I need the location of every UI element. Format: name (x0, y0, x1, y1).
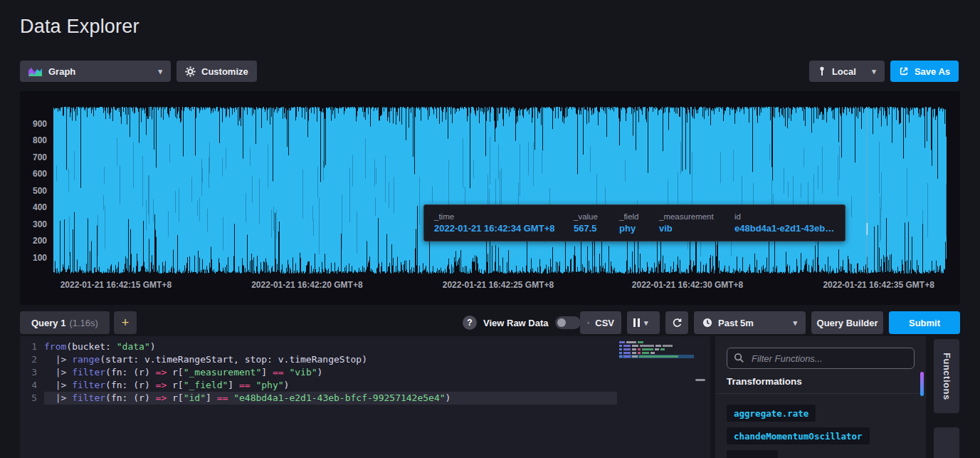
view-raw-data-label: View Raw Data (483, 318, 549, 328)
line-number: 4 (20, 379, 44, 392)
code-lines: 1from(bucket: "data")2 |> range(start: v… (20, 340, 710, 405)
page-title: Data Explorer (20, 16, 139, 38)
query-tab-name: Query 1 (31, 318, 65, 328)
code-line[interactable]: 3 |> filter(fn: (r) => r["_measurement"]… (20, 366, 710, 379)
plus-icon: + (122, 316, 130, 331)
query-actions: CSV ▾ Past 5m ▾ Query Builder Submit (580, 311, 960, 334)
query-builder-label: Query Builder (817, 318, 878, 328)
query-duration: (1.16s) (69, 318, 98, 328)
local-label: Local (832, 66, 856, 77)
functions-side-tab-label: Functions (942, 353, 952, 400)
tooltip-column-label: _value (574, 212, 609, 221)
time-series-plot[interactable] (53, 107, 947, 274)
function-item[interactable]: aggregate.rate (727, 405, 816, 422)
local-dropdown[interactable]: Local ▾ (809, 61, 885, 82)
tooltip-column: _time2022-01-21 16:42:34 GMT+8 (434, 212, 564, 234)
add-query-button[interactable]: + (114, 311, 137, 334)
tooltip-column-value: 567.5 (574, 223, 609, 234)
customize-button[interactable]: Customize (176, 61, 257, 82)
refresh-icon (672, 318, 683, 328)
gear-icon (185, 66, 196, 77)
code-line[interactable]: 1from(bucket: "data") (20, 340, 710, 353)
divider (715, 393, 926, 394)
visualization-type-dropdown[interactable]: Graph ▾ (20, 61, 171, 82)
hover-tooltip: _time2022-01-21 16:42:34 GMT+8_value567.… (423, 204, 845, 241)
x-tick-label: 2022-01-21 16:42:15 GMT+8 (60, 280, 172, 290)
chevron-down-icon: ▾ (644, 318, 648, 328)
tooltip-column: _fieldphy (619, 212, 649, 234)
code-text: |> filter(fn: (r) => r["id"] == "e48bd4a… (44, 392, 451, 405)
csv-download-button[interactable]: CSV (580, 311, 621, 334)
chevron-down-icon: ▾ (793, 318, 797, 328)
x-tick-label: 2022-01-21 16:42:30 GMT+8 (632, 280, 743, 290)
tooltip-column: ide48bd4a1-e2d1-43eb-bfcf-992... (734, 212, 835, 234)
line-number: 1 (20, 340, 44, 353)
line-number: 5 (20, 392, 44, 405)
pin-icon (818, 66, 826, 76)
flux-script-editor[interactable]: 1from(bucket: "data")2 |> range(start: v… (20, 336, 710, 458)
scrollbar-thumb[interactable] (920, 372, 924, 396)
code-line[interactable]: 4 |> filter(fn: (r) => r["_field"] == "p… (20, 379, 710, 392)
y-tick-label: 500 (20, 186, 47, 196)
save-toolbar: Local ▾ Save As (809, 61, 959, 82)
save-as-label: Save As (915, 66, 950, 77)
code-line[interactable]: 2 |> range(start: v.timeRangeStart, stop… (20, 353, 710, 366)
graph-panel: 900800700600500400300200100 2022-01-21 1… (20, 91, 960, 305)
pause-button[interactable]: ▾ (627, 311, 660, 334)
x-tick-label: 2022-01-21 16:42:35 GMT+8 (823, 280, 934, 290)
visualization-type-label: Graph (48, 66, 75, 77)
line-number: 3 (20, 366, 44, 379)
refresh-button[interactable] (665, 311, 688, 334)
chevron-down-icon: ▾ (158, 67, 162, 76)
csv-label: CSV (595, 318, 614, 328)
view-raw-data-control: ? View Raw Data (463, 311, 581, 334)
tooltip-column-value: 2022-01-21 16:42:34 GMT+8 (434, 223, 564, 234)
function-item[interactable]: chandeMomentumOscillator (727, 427, 870, 444)
tooltip-column-label: _field (619, 212, 649, 221)
y-tick-label: 400 (20, 202, 47, 212)
tooltip-column-value: vib (659, 223, 725, 234)
tooltip-column-value: phy (619, 223, 649, 234)
save-as-button[interactable]: Save As (890, 61, 959, 82)
export-icon (899, 66, 909, 76)
submit-button[interactable]: Submit (889, 311, 960, 334)
x-tick-label: 2022-01-21 16:42:25 GMT+8 (443, 280, 554, 290)
code-line[interactable]: 5 |> filter(fn: (r) => r["id"] == "e48bd… (20, 392, 710, 405)
functions-side-tab[interactable]: Functions (934, 339, 959, 413)
editor-minimap[interactable] (619, 341, 694, 359)
code-text: |> range(start: v.timeRangeStart, stop: … (44, 353, 367, 366)
customize-label: Customize (201, 66, 248, 77)
time-range-label: Past 5m (718, 318, 754, 328)
search-icon (734, 353, 744, 363)
tooltip-column-label: _time (434, 212, 564, 221)
clock-icon (702, 318, 712, 328)
y-tick-label: 100 (20, 253, 47, 263)
tooltip-column-label: id (734, 212, 835, 221)
chevron-down-icon: ▾ (872, 67, 876, 76)
secondary-side-tab[interactable] (934, 427, 959, 458)
query-tab[interactable]: Query 1 (1.16s) (20, 311, 110, 334)
line-number: 2 (20, 353, 44, 366)
view-toolbar: Graph ▾ Customize (20, 61, 257, 82)
y-tick-label: 800 (20, 135, 47, 145)
tooltip-column-value: e48bd4a1-e2d1-43eb-bfcf-992... (734, 223, 835, 234)
section-header-transformations: Transformations (727, 376, 802, 387)
view-raw-data-toggle[interactable] (555, 316, 581, 329)
filter-functions-input[interactable] (727, 348, 915, 369)
time-range-dropdown[interactable]: Past 5m ▾ (694, 311, 806, 334)
code-text: |> filter(fn: (r) => r["_field"] == "phy… (44, 379, 289, 392)
tooltip-column-label: _measurement (659, 212, 725, 221)
code-text: from(bucket: "data") (44, 340, 156, 353)
query-tabs: Query 1 (1.16s) + (20, 311, 137, 334)
query-builder-button[interactable]: Query Builder (811, 311, 883, 334)
pause-icon (633, 318, 640, 327)
pane-resize-handle[interactable] (695, 379, 705, 381)
y-tick-label: 700 (20, 152, 47, 162)
function-item[interactable] (727, 450, 778, 458)
code-text: |> filter(fn: (r) => r["_measurement"] =… (44, 366, 322, 379)
download-icon (587, 318, 589, 328)
functions-sidebar: Transformations aggregate.ratechandeMome… (715, 336, 926, 458)
help-icon[interactable]: ? (463, 316, 477, 330)
y-tick-label: 300 (20, 219, 47, 229)
y-tick-label: 900 (20, 119, 47, 129)
